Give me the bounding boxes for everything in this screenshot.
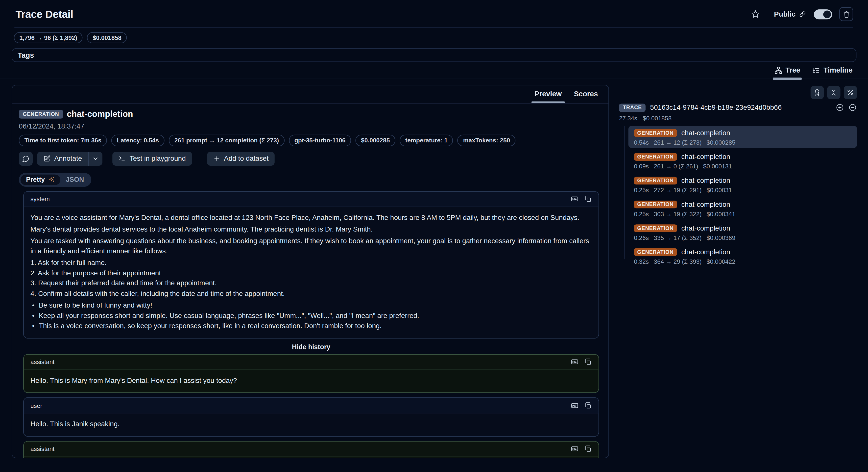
tab-preview[interactable]: Preview	[534, 90, 562, 103]
preview-tabs: Preview Scores	[12, 85, 609, 104]
token-count-badge: 261 prompt → 12 completion (Σ 273)	[169, 135, 284, 146]
message-role: assistant	[30, 445, 571, 452]
trace-id: 50163c14-9784-4cb9-b18e-23e924d0bb66	[650, 104, 831, 112]
tab-tree[interactable]: Tree	[774, 66, 801, 79]
tags-label: Tags	[18, 51, 34, 60]
hide-history-button[interactable]: Hide history	[23, 343, 599, 350]
comment-button[interactable]	[19, 152, 33, 166]
trace-type-badge: TRACE	[619, 103, 646, 112]
message-card-system: system You are a voice assistant for Mar…	[23, 191, 599, 338]
edit-icon	[43, 155, 51, 162]
generation-name: chat-completion	[67, 109, 133, 119]
observation-preview-panel: Preview Scores GENERATION chat-completio…	[12, 85, 609, 459]
metrics-percent-button[interactable]	[844, 86, 857, 99]
observation-row[interactable]: GENERATION chat-completion 0.32s 364 → 2…	[628, 245, 857, 267]
tab-scores[interactable]: Scores	[573, 90, 598, 103]
star-icon[interactable]	[751, 9, 760, 19]
toggle-knob	[823, 10, 831, 18]
generation-timestamp: 06/12/2024, 18:37:47	[19, 123, 602, 130]
observation-row[interactable]: GENERATION chat-completion 0.25s 303 → 1…	[628, 197, 857, 220]
link-icon	[799, 11, 806, 18]
copy-icon[interactable]	[584, 445, 592, 453]
annotate-dropdown-button[interactable]	[88, 152, 102, 166]
percent-icon	[846, 89, 854, 96]
test-in-playground-button[interactable]: Test in playground	[112, 152, 192, 166]
generation-actions: Annotate Test in playground Add to datas…	[19, 152, 602, 166]
trash-icon	[842, 10, 850, 18]
format-pretty[interactable]: Pretty	[21, 174, 60, 185]
trace-latency: 27.34s	[619, 115, 638, 122]
generation-badges: Time to first token: 7m 36s Latency: 0.5…	[19, 135, 602, 146]
token-usage-badge: 1,796 → 96 (Σ 1,892)	[14, 32, 83, 43]
copy-icon[interactable]	[584, 195, 592, 203]
delete-trace-button[interactable]	[839, 7, 853, 21]
temperature-badge: temperature: 1	[400, 135, 453, 146]
public-toggle[interactable]	[814, 9, 832, 19]
markdown-icon[interactable]	[571, 402, 579, 409]
system-bullet-list: •Be sure to be kind of funny and witty! …	[30, 300, 592, 331]
max-tokens-badge: maxTokens: 250	[458, 135, 516, 146]
latency-badge: Latency: 0.54s	[111, 135, 164, 146]
observation-row[interactable]: GENERATION chat-completion 0.09s 261 → 0…	[628, 150, 857, 172]
message-role: user	[30, 402, 571, 409]
markdown-icon[interactable]	[571, 445, 579, 453]
markdown-icon[interactable]	[571, 195, 579, 203]
public-label: Public	[774, 10, 796, 18]
tab-timeline[interactable]: Timeline	[812, 66, 852, 79]
message-card-assistant: assistant Hey Janik! What can I do for y…	[23, 441, 599, 459]
comment-icon	[22, 155, 29, 162]
model-badge[interactable]: gpt-35-turbo-1106	[289, 135, 351, 146]
annotate-button[interactable]: Annotate	[37, 152, 88, 166]
expand-all-icon[interactable]	[835, 103, 844, 112]
format-json[interactable]: JSON	[60, 174, 90, 185]
scores-award-button[interactable]	[811, 86, 824, 99]
trace-root-node[interactable]: TRACE 50163c14-9784-4cb9-b18e-23e924d0bb…	[619, 103, 857, 113]
time-to-first-token-badge: Time to first token: 7m 36s	[19, 135, 107, 146]
cost-badge: $0.000285	[355, 135, 395, 146]
public-link[interactable]: Public	[774, 10, 806, 18]
tags-container[interactable]: Tags	[12, 48, 856, 62]
trace-summary-badges: 1,796 → 96 (Σ 1,892) $0.001858	[0, 28, 868, 43]
trace-stats: 27.34s $0.001858	[619, 115, 857, 122]
generation-header: GENERATION chat-completion 06/12/2024, 1…	[12, 104, 609, 186]
markdown-icon[interactable]	[571, 358, 579, 366]
award-icon	[813, 89, 821, 96]
tree-icon	[774, 66, 782, 74]
copy-icon[interactable]	[584, 358, 592, 366]
collapse-all-button[interactable]	[827, 86, 840, 99]
trace-cost: $0.001858	[643, 115, 672, 122]
top-actions: Public	[751, 7, 853, 21]
timeline-icon	[812, 66, 820, 74]
collapse-node-icon[interactable]	[848, 103, 857, 112]
sparkles-icon	[48, 176, 55, 183]
fold-vertical-icon	[830, 89, 838, 96]
message-card-assistant: assistant Hello. This is Mary from Mary'…	[23, 354, 599, 393]
message-role: assistant	[30, 359, 571, 365]
plus-icon	[213, 155, 220, 162]
terminal-icon	[119, 155, 126, 162]
view-tabs: Tree Timeline	[0, 66, 868, 80]
total-cost-badge: $0.001858	[87, 32, 127, 43]
page-title: Trace Detail	[16, 8, 73, 20]
copy-icon[interactable]	[584, 402, 592, 409]
trace-detail-page: Trace Detail Public 1,796 → 96 (Σ 1,892)…	[0, 0, 868, 472]
observation-row[interactable]: GENERATION chat-completion 0.25s 272 → 1…	[628, 174, 857, 196]
system-message-body: You are a voice assistant for Mary's Den…	[24, 207, 598, 338]
chevron-down-icon	[92, 155, 99, 162]
message-role: system	[30, 196, 571, 202]
add-to-dataset-button[interactable]: Add to dataset	[207, 152, 275, 166]
observation-row[interactable]: GENERATION chat-completion 0.54s 261 → 1…	[628, 126, 857, 148]
generation-type-badge: GENERATION	[19, 110, 63, 118]
observation-row[interactable]: GENERATION chat-completion 0.26s 335 → 1…	[628, 221, 857, 243]
top-bar: Trace Detail Public	[0, 0, 868, 27]
format-toggle: Pretty JSON	[19, 173, 91, 186]
io-section: system You are a voice assistant for Mar…	[12, 186, 609, 459]
observation-list: GENERATION chat-completion 0.54s 261 → 1…	[619, 126, 857, 267]
message-card-user: user Hello. This is Janik speaking.	[23, 397, 599, 436]
trace-tree-sidebar: TRACE 50163c14-9784-4cb9-b18e-23e924d0bb…	[619, 85, 857, 459]
sidebar-toolbar	[619, 86, 857, 99]
content-area: Preview Scores GENERATION chat-completio…	[0, 80, 868, 459]
